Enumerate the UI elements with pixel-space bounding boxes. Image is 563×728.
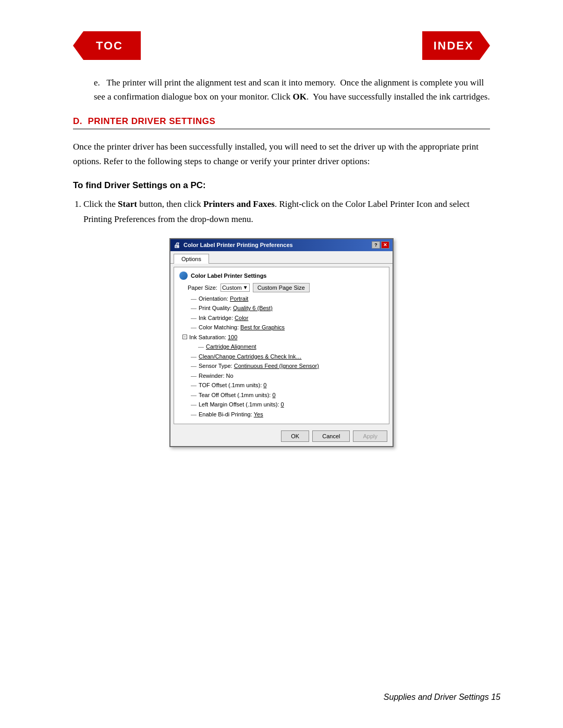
bi-di-row: — Enable Bi-di Printing: Yes <box>191 410 384 419</box>
bi-di-value: Yes <box>254 410 263 419</box>
page-number: 15 <box>491 693 500 701</box>
print-quality-row: — Print Quality: Quality 6 (Best) <box>191 304 384 313</box>
cartridge-alignment-row: — Cartridge Alignment <box>198 342 384 351</box>
left-margin-label: Left Margin Offset (.1mm units): <box>199 400 279 409</box>
ink-saturation-row: Ink Saturation: 100 <box>189 333 237 342</box>
settings-group-icon <box>179 272 188 280</box>
section-title: PRINTER DRIVER SETTINGS <box>88 116 215 126</box>
toc-label: TOC <box>96 39 123 53</box>
subsection-heading: To find Driver Settings on a PC: <box>73 180 490 191</box>
tab-options[interactable]: Options <box>174 254 209 264</box>
dialog-container: 🖨 Color Label Printer Printing Preferenc… <box>73 238 490 448</box>
index-label: INDEX <box>433 39 473 53</box>
titlebar-left: 🖨 Color Label Printer Printing Preferenc… <box>174 241 293 249</box>
step-1: Click the Start button, then click Print… <box>83 197 490 226</box>
tear-off-offset-row: — Tear Off Offset (.1mm units): 0 <box>191 391 384 400</box>
help-button[interactable]: ? <box>372 241 380 249</box>
color-matching-value: Best for Graphics <box>240 323 285 332</box>
sensor-type-label: Sensor Type: <box>199 362 232 371</box>
page-footer: Supplies and Driver Settings 15 <box>384 693 500 702</box>
close-button[interactable]: ✕ <box>381 241 389 249</box>
left-margin-value: 0 <box>281 400 284 409</box>
tof-offset-value: 0 <box>263 381 266 390</box>
cartridge-alignment-label: Cartridge Alignment <box>206 342 256 351</box>
ink-cartridge-row: — Ink Cartridge: Color <box>191 314 384 323</box>
sensor-type-value: Continuous Feed (Ignore Sensor) <box>234 362 319 371</box>
tear-off-offset-value: 0 <box>272 391 275 400</box>
apply-button[interactable]: Apply <box>353 430 387 442</box>
paper-size-row: Paper Size: Custom ▼ Custom Page Size <box>188 283 384 292</box>
orientation-label: Orientation: <box>199 294 228 303</box>
ok-button[interactable]: OK <box>281 430 309 442</box>
ink-saturation-label: Ink Saturation: <box>189 333 226 342</box>
nav-buttons: TOC INDEX <box>63 31 500 60</box>
left-margin-row: — Left Margin Offset (.1mm units): 0 <box>191 400 384 409</box>
color-matching-label: Color Matching: <box>199 323 239 332</box>
titlebar-controls: ? ✕ <box>372 241 389 249</box>
page: TOC INDEX e. The printer will print the … <box>0 0 563 728</box>
section-prefix: D. <box>73 116 88 126</box>
rewinder-value: No <box>226 372 234 380</box>
tof-offset-label: TOF Offset (.1mm units): <box>199 381 262 390</box>
print-quality-value: Quality 6 (Best) <box>233 304 273 313</box>
dialog-footer: OK Cancel Apply <box>170 427 393 446</box>
printer-icon: 🖨 <box>174 241 180 249</box>
dialog-titlebar: 🖨 Color Label Printer Printing Preferenc… <box>170 239 393 251</box>
dialog-content: Color Label Printer Settings Paper Size:… <box>174 267 389 425</box>
ink-cartridge-label: Ink Cartridge: <box>199 314 233 323</box>
ink-saturation-tree[interactable]: − Ink Saturation: 100 <box>182 333 237 342</box>
section-body: Once the printer driver has been success… <box>73 140 490 169</box>
ink-cartridge-value: Color <box>235 314 248 323</box>
clean-change-label: Clean/Change Cartridges & Check Ink… <box>199 352 301 361</box>
ink-saturation-value: 100 <box>228 333 237 342</box>
intro-text: e. The printer will print the alignment … <box>94 78 490 102</box>
dialog-tabs: Options <box>170 251 393 264</box>
steps-list: Click the Start button, then click Print… <box>83 197 490 226</box>
orientation-row: — Orientation: Portrait <box>191 294 384 303</box>
color-matching-row: — Color Matching: Best for Graphics <box>191 323 384 332</box>
bi-di-label: Enable Bi-di Printing: <box>199 410 252 419</box>
dialog-title: Color Label Printer Printing Preferences <box>183 242 293 248</box>
dialog-box: 🖨 Color Label Printer Printing Preferenc… <box>169 238 394 448</box>
toc-button[interactable]: TOC <box>73 31 141 60</box>
index-button[interactable]: INDEX <box>422 31 490 60</box>
rewinder-row: — Rewinder: No <box>191 372 384 380</box>
paper-size-select[interactable]: Custom ▼ <box>221 283 250 292</box>
cancel-button[interactable]: Cancel <box>312 430 350 442</box>
dropdown-icon: ▼ <box>243 285 248 290</box>
section-heading: D. PRINTER DRIVER SETTINGS <box>73 116 490 129</box>
group-label-text: Color Label Printer Settings <box>191 273 266 279</box>
footer-text: Supplies and Driver Settings <box>384 693 489 701</box>
expand-icon: − <box>182 335 187 339</box>
tof-offset-row: — TOF Offset (.1mm units): 0 <box>191 381 384 390</box>
print-quality-label: Print Quality: <box>199 304 231 313</box>
orientation-value: Portrait <box>230 294 248 303</box>
rewinder-label: Rewinder: <box>199 372 225 380</box>
paper-size-value: Custom <box>222 285 242 291</box>
settings-group-label: Color Label Printer Settings <box>179 272 384 280</box>
custom-page-size-button[interactable]: Custom Page Size <box>253 283 310 292</box>
tear-off-offset-label: Tear Off Offset (.1mm units): <box>199 391 271 400</box>
clean-change-row: — Clean/Change Cartridges & Check Ink… <box>191 352 384 361</box>
paper-size-label: Paper Size: <box>188 285 217 291</box>
intro-paragraph: e. The printer will print the alignment … <box>94 76 490 104</box>
main-content: e. The printer will print the alignment … <box>63 76 500 447</box>
sensor-type-row: — Sensor Type: Continuous Feed (Ignore S… <box>191 362 384 371</box>
